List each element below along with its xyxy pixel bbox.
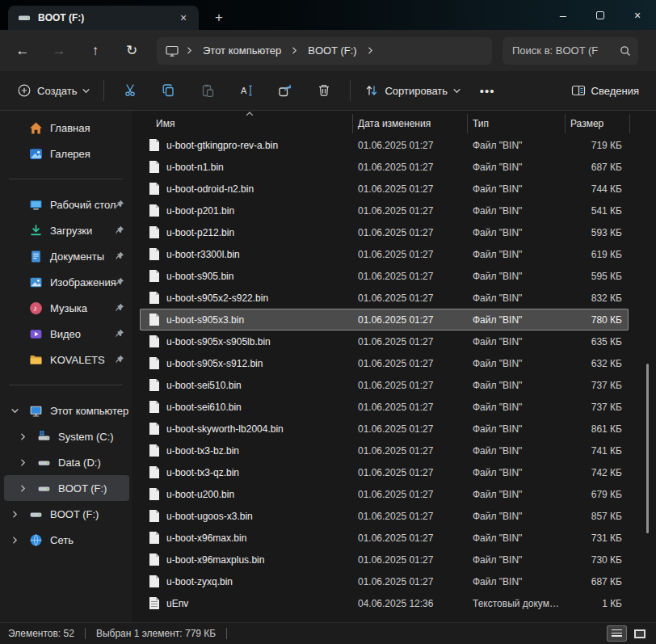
table-row[interactable]: u-boot-p212.bin 01.06.2025 01:27 Файл "B… bbox=[140, 221, 629, 243]
file-size-cell: 744 КБ bbox=[566, 183, 629, 195]
table-row[interactable]: u-boot-tx3-bz.bin 01.06.2025 01:27 Файл … bbox=[140, 440, 629, 461]
chevron-down-icon[interactable] bbox=[11, 407, 19, 415]
file-icon bbox=[149, 575, 159, 587]
thumbnail-view-icon bbox=[634, 629, 645, 638]
table-row[interactable]: u-boot-p201.bin 01.06.2025 01:27 Файл "B… bbox=[140, 200, 629, 221]
sidebar-item-network[interactable]: Сеть bbox=[4, 527, 129, 553]
table-row[interactable]: u-boot-x96max.bin 01.06.2025 01:27 Файл … bbox=[140, 527, 629, 549]
file-name: u-boot-sei610.bin bbox=[166, 402, 242, 413]
table-row[interactable]: u-boot-zyxq.bin 01.06.2025 01:27 Файл "B… bbox=[140, 570, 629, 592]
forward-button[interactable]: → bbox=[45, 37, 73, 65]
chevron-right-icon[interactable] bbox=[11, 511, 19, 518]
refresh-button[interactable]: ↻ bbox=[118, 37, 145, 65]
sidebar-item-documents[interactable]: Документы bbox=[4, 243, 129, 269]
title-bar: BOOT (F:) × + – × bbox=[0, 0, 656, 30]
table-row[interactable]: u-boot-sei510.bin 01.06.2025 01:27 Файл … bbox=[140, 374, 629, 396]
sort-button[interactable]: Сортировать bbox=[357, 76, 468, 105]
sidebar-item-music[interactable]: ♪ Музыка bbox=[4, 295, 129, 321]
table-row[interactable]: uEnv 04.06.2025 12:36 Текстовый докум… 1… bbox=[140, 592, 629, 614]
copy-button[interactable] bbox=[153, 76, 185, 105]
file-date-cell: 01.06.2025 01:27 bbox=[353, 336, 468, 347]
table-row[interactable]: u-boot-odroid-n2.bin 01.06.2025 01:27 Фа… bbox=[140, 178, 629, 200]
search-box[interactable] bbox=[503, 37, 638, 65]
sidebar-item-boot-f-root[interactable]: BOOT (F:) bbox=[4, 501, 129, 527]
breadcrumb-boot-f[interactable]: BOOT (F:) bbox=[305, 43, 360, 58]
chevron-right-icon[interactable] bbox=[19, 433, 27, 440]
column-header-date[interactable]: Дата изменения bbox=[353, 114, 468, 133]
table-row[interactable]: u-boot-r3300l.bin 01.06.2025 01:27 Файл … bbox=[140, 243, 629, 265]
up-button[interactable]: ↑ bbox=[82, 37, 109, 65]
new-tab-button[interactable]: + bbox=[208, 7, 229, 28]
vertical-scrollbar[interactable] bbox=[646, 364, 649, 533]
sidebar-item-boot-f[interactable]: BOOT (F:) bbox=[4, 475, 129, 501]
cut-button[interactable] bbox=[114, 76, 146, 105]
share-button[interactable] bbox=[269, 76, 301, 105]
search-input[interactable] bbox=[512, 44, 619, 57]
paste-button[interactable] bbox=[191, 76, 224, 105]
table-row[interactable]: u-boot-gtkingpro-rev-a.bin 01.06.2025 01… bbox=[140, 134, 629, 156]
pin-icon bbox=[115, 225, 124, 235]
sidebar-item-video[interactable]: Видео bbox=[4, 321, 129, 347]
sidebar-item-data-d[interactable]: Data (D:) bbox=[4, 449, 129, 475]
more-options-button[interactable]: ••• bbox=[471, 76, 503, 105]
minimize-button[interactable]: – bbox=[545, 0, 582, 30]
sidebar-item-this-pc[interactable]: Этот компьютер bbox=[4, 398, 129, 423]
file-icon bbox=[149, 270, 159, 282]
file-name: u-boot-tx3-qz.bin bbox=[166, 467, 239, 478]
sidebar-item-gallery[interactable]: Галерея bbox=[4, 141, 129, 166]
file-date-cell: 01.06.2025 01:27 bbox=[353, 532, 468, 544]
back-button[interactable]: ← bbox=[9, 37, 36, 65]
table-row[interactable]: u-boot-ugoos-x3.bin 01.06.2025 01:27 Фай… bbox=[140, 505, 629, 527]
breadcrumb-this-pc[interactable]: Этот компьютер bbox=[200, 43, 284, 58]
file-size-cell: 857 КБ bbox=[566, 511, 629, 522]
table-row[interactable]: u-boot-x96maxplus.bin 01.06.2025 01:27 Ф… bbox=[140, 549, 629, 570]
table-row[interactable]: u-boot-tx3-qz.bin 01.06.2025 01:27 Файл … bbox=[140, 461, 629, 483]
file-date-cell: 01.06.2025 01:27 bbox=[353, 467, 468, 478]
details-view-button[interactable] bbox=[607, 625, 627, 642]
video-icon bbox=[29, 327, 43, 341]
rename-button[interactable]: A bbox=[230, 76, 263, 105]
tab-close-icon[interactable]: × bbox=[175, 9, 192, 27]
table-row[interactable]: u-boot-sei610.bin 01.06.2025 01:27 Файл … bbox=[140, 396, 629, 418]
column-header-size[interactable]: Размер bbox=[566, 114, 630, 133]
table-row[interactable]: u-boot-s905x-s912.bin 01.06.2025 01:27 Ф… bbox=[140, 352, 629, 374]
breadcrumb[interactable]: Этот компьютер BOOT (F:) bbox=[157, 37, 492, 65]
pin-icon bbox=[115, 251, 124, 261]
drive-icon bbox=[18, 13, 31, 23]
file-date-cell: 01.06.2025 01:27 bbox=[353, 183, 468, 195]
table-row[interactable]: u-boot-u200.bin 01.06.2025 01:27 Файл "B… bbox=[140, 483, 629, 505]
maximize-button[interactable] bbox=[582, 0, 619, 30]
file-size-cell: 780 КБ bbox=[566, 314, 629, 326]
sort-ascending-icon bbox=[246, 111, 254, 117]
column-header-name[interactable]: Имя bbox=[132, 114, 353, 133]
chevron-right-icon[interactable] bbox=[19, 485, 27, 492]
table-row[interactable]: u-boot-skyworth-lb2004.bin 01.06.2025 01… bbox=[140, 418, 629, 440]
column-header-type[interactable]: Тип bbox=[468, 114, 566, 133]
close-button[interactable]: × bbox=[619, 0, 656, 30]
file-size-cell: 595 КБ bbox=[566, 271, 629, 282]
file-type-cell: Файл "BIN" bbox=[468, 380, 566, 391]
sidebar-item-home[interactable]: Главная bbox=[4, 115, 129, 141]
sidebar-item-desktop[interactable]: Рабочий стол bbox=[4, 192, 129, 217]
file-name: u-boot-ugoos-x3.bin bbox=[166, 511, 253, 522]
sidebar-item-label: Галерея bbox=[50, 148, 90, 160]
sidebar-item-kovalets[interactable]: KOVALETS bbox=[4, 347, 129, 373]
sidebar-item-label: Видео bbox=[50, 328, 81, 340]
table-row[interactable]: u-boot-n1.bin 01.06.2025 01:27 Файл "BIN… bbox=[140, 156, 629, 178]
table-row[interactable]: u-boot-s905x-s905lb.bin 01.06.2025 01:27… bbox=[140, 330, 629, 352]
sidebar-item-downloads[interactable]: Загрузки bbox=[4, 217, 129, 243]
pictures-icon bbox=[29, 276, 43, 289]
sidebar-item-system-c[interactable]: System (C:) bbox=[4, 423, 129, 449]
chevron-right-icon[interactable] bbox=[19, 459, 27, 466]
explorer-tab[interactable]: BOOT (F:) × bbox=[8, 6, 199, 30]
table-row[interactable]: u-boot-s905x2-s922.bin 01.06.2025 01:27 … bbox=[140, 287, 629, 309]
sidebar-item-pictures[interactable]: Изображения bbox=[4, 269, 129, 295]
chevron-right-icon[interactable] bbox=[11, 537, 19, 544]
create-button[interactable]: Создать bbox=[10, 76, 97, 105]
details-pane-button[interactable]: Сведения bbox=[564, 76, 646, 105]
table-row[interactable]: u-boot-s905x3.bin 01.06.2025 01:27 Файл … bbox=[140, 309, 629, 330]
table-row[interactable]: u-boot-s905.bin 01.06.2025 01:27 Файл "B… bbox=[140, 265, 629, 287]
system-drive-icon bbox=[37, 430, 51, 444]
delete-button[interactable] bbox=[308, 76, 340, 105]
thumbnail-view-button[interactable] bbox=[629, 625, 650, 642]
